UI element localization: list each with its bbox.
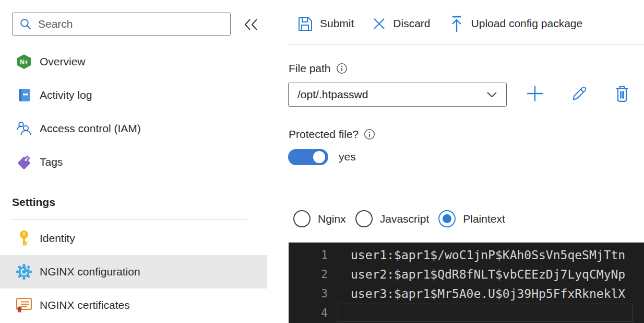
- current-line-highlight: [338, 304, 633, 322]
- upload-config-package-button[interactable]: Upload config package: [449, 15, 583, 32]
- line-number: 4: [289, 307, 328, 319]
- toggle-knob: [313, 151, 325, 163]
- info-icon[interactable]: [336, 63, 348, 74]
- certificate-icon: [16, 297, 32, 314]
- chevron-down-icon: [486, 91, 497, 98]
- tags-icon: [16, 154, 32, 170]
- access-control-icon: [16, 120, 32, 137]
- config-code-editor[interactable]: 1 user1:$apr1$/woC1jnP$KAh0SsVn5qeSMjTtn…: [289, 243, 644, 323]
- sidebar-item-label: Identity: [40, 232, 75, 245]
- search-icon: [19, 18, 32, 30]
- line-number: 3: [289, 287, 328, 300]
- gear-sync-icon: [16, 263, 32, 280]
- nginx-configuration-page: N+ Overview Activity log: [0, 0, 644, 323]
- protected-file-label-row: Protected file?: [289, 128, 375, 141]
- sidebar-item-access-control[interactable]: Access control (IAM): [0, 112, 267, 145]
- file-path-label-row: File path: [289, 62, 348, 75]
- code-line-current: 4: [289, 303, 644, 322]
- protected-file-label: Protected file?: [289, 128, 359, 141]
- radio-option-nginx[interactable]: Nginx: [293, 210, 346, 227]
- line-number: 2: [289, 268, 328, 281]
- line-text: user3:$apr1$Mr5A0e.U$0j39Hp5FfxRkneklX: [351, 287, 625, 301]
- sidebar-item-activity-log[interactable]: Activity log: [0, 78, 267, 112]
- sidebar-settings-menu: Identity: [0, 222, 267, 322]
- line-number: 1: [289, 249, 328, 261]
- file-path-label: File path: [289, 62, 331, 75]
- sidebar-item-nginx-configuration[interactable]: NGINX configuration: [0, 255, 267, 289]
- toggle-state-label: yes: [339, 151, 356, 163]
- radio-circle-icon: [355, 210, 373, 227]
- sidebar-item-label: NGINX certificates: [40, 299, 130, 312]
- submit-label: Submit: [320, 17, 354, 30]
- upload-icon: [449, 15, 464, 32]
- radio-label: Javascript: [380, 213, 430, 225]
- sidebar-item-nginx-certificates[interactable]: NGINX certificates: [0, 289, 267, 322]
- radio-label: Nginx: [318, 213, 346, 225]
- chevrons-left-icon: [243, 18, 259, 31]
- delete-file-button[interactable]: [612, 82, 633, 106]
- file-path-value: /opt/.htpasswd: [297, 88, 368, 101]
- submit-button[interactable]: Submit: [296, 15, 354, 32]
- add-icon: [526, 84, 544, 103]
- code-line: 1 user1:$apr1$/woC1jnP$KAh0SsVn5qeSMjTtn: [289, 245, 644, 264]
- sidebar-item-tags[interactable]: Tags: [0, 145, 267, 179]
- code-line: 3 user3:$apr1$Mr5A0e.U$0j39Hp5FfxRkneklX: [289, 284, 644, 303]
- file-path-dropdown[interactable]: /opt/.htpasswd: [288, 83, 507, 107]
- code-line: 2 user2:$apr1$QdR8fNLT$vbCEEzDj7LyqCMyNp: [289, 264, 644, 284]
- key-icon: [16, 230, 32, 247]
- radio-label: Plaintext: [463, 213, 505, 225]
- sidebar-search-box[interactable]: [12, 13, 231, 36]
- save-icon: [296, 15, 313, 32]
- sidebar-collapse-button[interactable]: [240, 15, 262, 34]
- radio-circle-icon: [438, 210, 456, 227]
- activity-log-icon: [16, 87, 32, 103]
- protected-file-toggle[interactable]: [288, 149, 328, 165]
- sidebar-section-heading: Settings: [12, 196, 55, 209]
- edit-file-button[interactable]: [569, 82, 590, 106]
- sidebar-item-overview[interactable]: N+ Overview: [0, 45, 267, 78]
- nginx-plus-icon: N+: [16, 53, 32, 70]
- radio-option-javascript[interactable]: Javascript: [355, 210, 430, 227]
- sidebar-section-divider: [12, 220, 247, 220]
- sidebar-menu: N+ Overview Activity log: [0, 45, 267, 179]
- radio-option-plaintext[interactable]: Plaintext: [438, 210, 505, 227]
- close-x-icon: [372, 17, 386, 31]
- sidebar-item-label: Tags: [40, 156, 63, 168]
- delete-icon: [614, 85, 630, 102]
- discard-label: Discard: [393, 17, 430, 30]
- sidebar-item-identity[interactable]: Identity: [0, 222, 267, 255]
- radio-circle-icon: [293, 210, 311, 227]
- info-icon[interactable]: [364, 129, 375, 140]
- edit-icon: [570, 85, 588, 102]
- search-input[interactable]: [38, 18, 225, 30]
- toolbar-divider: [288, 44, 644, 45]
- command-bar: Submit Discard Upload config package: [296, 11, 582, 36]
- sidebar-item-label: Access control (IAM): [40, 122, 141, 135]
- sidebar-item-label: NGINX configuration: [40, 266, 140, 278]
- add-file-button[interactable]: [524, 82, 545, 106]
- format-radio-group: Nginx Javascript Plaintext: [293, 210, 505, 227]
- sidebar-item-label: Activity log: [40, 89, 92, 101]
- line-text: user2:$apr1$QdR8fNLT$vbCEEzDj7LyqCMyNp: [351, 268, 625, 281]
- upload-label: Upload config package: [471, 17, 583, 30]
- svg-text:N+: N+: [20, 59, 28, 66]
- line-text: user1:$apr1$/woC1jnP$KAh0SsVn5qeSMjTtn: [351, 248, 625, 262]
- discard-button[interactable]: Discard: [372, 17, 430, 31]
- sidebar-item-label: Overview: [40, 55, 86, 68]
